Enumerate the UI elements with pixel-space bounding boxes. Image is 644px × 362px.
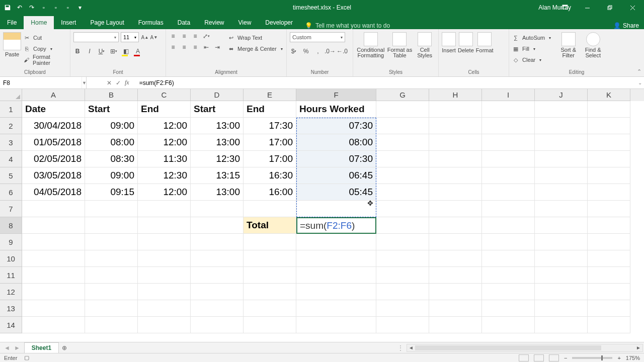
cell-K9[interactable] xyxy=(588,234,630,250)
cell-C4[interactable]: 11:30 xyxy=(138,151,191,167)
next-sheet-icon[interactable]: ► xyxy=(14,344,20,351)
cell-J1[interactable] xyxy=(535,101,588,118)
cell-H13[interactable] xyxy=(429,300,482,317)
select-all-corner[interactable] xyxy=(0,89,22,101)
col-header-C[interactable]: C xyxy=(138,89,191,101)
cell-J9[interactable] xyxy=(535,234,588,250)
fx-icon[interactable]: fx xyxy=(125,79,129,86)
cell-C7[interactable] xyxy=(138,201,191,217)
cell-C3[interactable]: 12:00 xyxy=(138,134,191,151)
col-header-J[interactable]: J xyxy=(535,89,588,101)
cell-G4[interactable] xyxy=(376,151,429,167)
row-header-11[interactable]: 11 xyxy=(0,267,22,284)
align-top-icon[interactable]: ≡ xyxy=(169,32,177,40)
cells-grid[interactable]: DateStartEndStartEndHours Worked30/04/20… xyxy=(22,101,644,340)
cell-H9[interactable] xyxy=(429,234,482,250)
fill-color-button[interactable]: ◧ xyxy=(122,47,130,55)
cell-E2[interactable]: 17:30 xyxy=(244,118,296,134)
row-header-8[interactable]: 8 xyxy=(0,217,22,234)
qat-icon-3[interactable]: ▫ xyxy=(64,4,71,11)
cell-K2[interactable] xyxy=(588,118,630,134)
cell-B13[interactable] xyxy=(85,300,138,317)
cell-J11[interactable] xyxy=(535,267,588,284)
page-break-view-icon[interactable] xyxy=(549,354,559,361)
cell-G11[interactable] xyxy=(376,267,429,284)
cell-F1[interactable]: Hours Worked xyxy=(296,101,376,118)
row-header-14[interactable]: 14 xyxy=(0,317,22,333)
cell-A11[interactable] xyxy=(22,267,85,284)
expand-formula-bar-icon[interactable]: ⌄ xyxy=(636,77,644,88)
cell-E7[interactable] xyxy=(244,201,296,217)
autosum-button[interactable]: ∑AutoSum▾ xyxy=(512,32,551,43)
cell-D13[interactable] xyxy=(191,300,244,317)
col-header-G[interactable]: G xyxy=(376,89,429,101)
align-left-icon[interactable]: ≡ xyxy=(169,43,177,51)
name-box-input[interactable] xyxy=(0,77,82,88)
share-button[interactable]: 👤 Share xyxy=(613,22,639,29)
cell-E8[interactable]: Total xyxy=(244,217,296,234)
cell-F3[interactable]: 08:00 xyxy=(296,134,376,151)
page-layout-view-icon[interactable] xyxy=(534,354,544,361)
cell-K14[interactable] xyxy=(588,317,630,333)
cell-B12[interactable] xyxy=(85,284,138,300)
cell-J12[interactable] xyxy=(535,284,588,300)
cell-A7[interactable] xyxy=(22,201,85,217)
align-bottom-icon[interactable]: ≡ xyxy=(191,32,199,40)
cell-K5[interactable] xyxy=(588,167,630,184)
cell-F12[interactable] xyxy=(296,284,376,300)
cell-J4[interactable] xyxy=(535,151,588,167)
cell-I6[interactable] xyxy=(482,184,535,201)
qat-more-icon[interactable]: ▾ xyxy=(76,4,84,11)
tab-home[interactable]: Home xyxy=(24,16,54,29)
formula-bar-input[interactable] xyxy=(137,77,636,88)
collapse-ribbon-icon[interactable]: ⌃ xyxy=(637,68,641,75)
italic-button[interactable]: I xyxy=(86,47,94,55)
cell-B11[interactable] xyxy=(85,267,138,284)
bold-button[interactable]: B xyxy=(73,47,82,55)
format-painter-button[interactable]: 🖌Format Painter xyxy=(23,54,67,65)
cell-H1[interactable] xyxy=(429,101,482,118)
cell-F4[interactable]: 07:30 xyxy=(296,151,376,167)
col-header-B[interactable]: B xyxy=(85,89,138,101)
cell-J10[interactable] xyxy=(535,250,588,267)
col-header-A[interactable]: A xyxy=(22,89,85,101)
align-middle-icon[interactable]: ≡ xyxy=(180,32,188,40)
add-sheet-button[interactable]: ⊕ xyxy=(59,344,70,352)
inc-decimal-icon[interactable]: .0→ xyxy=(326,47,334,55)
cell-C5[interactable]: 12:30 xyxy=(138,167,191,184)
zoom-out-icon[interactable]: − xyxy=(564,355,567,361)
scroll-left-icon[interactable]: ◄ xyxy=(407,344,415,351)
cell-E14[interactable] xyxy=(244,317,296,333)
cell-I1[interactable] xyxy=(482,101,535,118)
cell-G9[interactable] xyxy=(376,234,429,250)
cell-G14[interactable] xyxy=(376,317,429,333)
cell-E13[interactable] xyxy=(244,300,296,317)
tab-data[interactable]: Data xyxy=(171,16,197,29)
font-color-button[interactable]: A xyxy=(134,47,142,55)
tab-formulas[interactable]: Formulas xyxy=(131,16,171,29)
tell-me[interactable]: 💡 Tell me what you want to do xyxy=(305,22,390,29)
border-button[interactable]: ⊞▾ xyxy=(110,47,118,55)
col-header-H[interactable]: H xyxy=(429,89,482,101)
cell-A12[interactable] xyxy=(22,284,85,300)
cell-H5[interactable] xyxy=(429,167,482,184)
cell-E6[interactable]: 16:00 xyxy=(244,184,296,201)
cell-B9[interactable] xyxy=(85,234,138,250)
cell-I5[interactable] xyxy=(482,167,535,184)
wrap-text-button[interactable]: ↩Wrap Text xyxy=(227,32,283,43)
cell-G10[interactable] xyxy=(376,250,429,267)
macro-record-icon[interactable]: ▢ xyxy=(23,354,30,361)
cell-A3[interactable]: 01/05/2018 xyxy=(22,134,85,151)
cell-C1[interactable]: End xyxy=(138,101,191,118)
cell-B6[interactable]: 09:15 xyxy=(85,184,138,201)
col-header-E[interactable]: E xyxy=(244,89,296,101)
cell-H7[interactable] xyxy=(429,201,482,217)
cell-I9[interactable] xyxy=(482,234,535,250)
qat-icon-2[interactable]: ▫ xyxy=(52,4,59,11)
tab-review[interactable]: Review xyxy=(197,16,231,29)
cell-D7[interactable] xyxy=(191,201,244,217)
row-header-2[interactable]: 2 xyxy=(0,118,22,134)
cell-G12[interactable] xyxy=(376,284,429,300)
cell-E12[interactable] xyxy=(244,284,296,300)
merge-center-button[interactable]: ⬌Merge & Center▾ xyxy=(227,43,283,54)
